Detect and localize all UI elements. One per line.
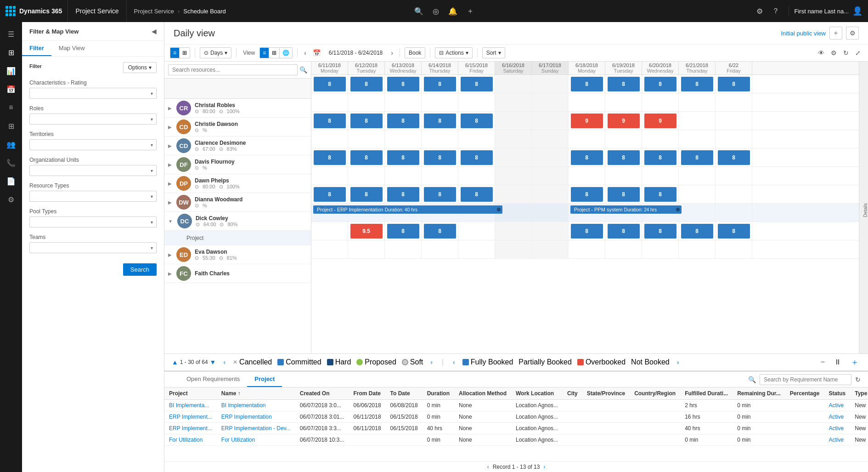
teams-select[interactable] [29, 242, 157, 253]
booking-block[interactable]: 8 [424, 114, 456, 128]
booking-block[interactable]: 8 [387, 150, 419, 165]
next-record-button[interactable]: › [543, 464, 545, 470]
booking-block[interactable]: 8 [644, 187, 676, 202]
project-bar[interactable]: Project - ERP Implementation Duration: 4… [313, 205, 502, 214]
filter-tab-mapview[interactable]: Map View [51, 41, 92, 56]
characteristics-select[interactable] [29, 88, 157, 99]
booking-block[interactable]: 8 [571, 224, 603, 239]
pool-types-select[interactable] [29, 216, 157, 227]
booking-block[interactable]: 8 [681, 77, 713, 91]
initial-public-view-label[interactable]: Initial public view [781, 30, 826, 37]
refresh-bottom-icon[interactable]: ↻ [855, 376, 861, 383]
chart-icon[interactable]: 📊 [3, 63, 19, 79]
expand-icon[interactable]: ▶ [168, 181, 172, 186]
calendar-icon[interactable]: 📅 [3, 81, 19, 97]
user-menu[interactable]: First name Last na... 👤 [789, 6, 868, 16]
booking-block[interactable]: 8 [350, 150, 383, 165]
booking-block[interactable]: 8 [461, 150, 493, 165]
booking-block[interactable]: 8 [718, 224, 750, 239]
booking-block[interactable]: 8 [350, 77, 383, 91]
expand-icon[interactable]: ▶ [168, 162, 172, 167]
eye-icon[interactable]: 👁 [816, 47, 826, 58]
booking-block[interactable]: 8 [608, 77, 640, 91]
booking-block[interactable]: 8 [387, 77, 419, 91]
alerts-icon[interactable]: 🔔 [445, 5, 461, 17]
organizational-units-select[interactable] [29, 165, 157, 176]
view-settings-button[interactable]: ⚙ [846, 27, 859, 40]
booking-block[interactable]: 8 [387, 114, 419, 128]
prev-record-button[interactable]: ‹ [487, 464, 489, 470]
sort-button[interactable]: Sort ▾ [482, 47, 505, 58]
document-icon[interactable]: 📄 [3, 173, 19, 189]
prev-booking-legend-button[interactable]: ‹ [451, 358, 457, 366]
filter-options-button[interactable]: Options ▾ [123, 62, 157, 73]
tab-project[interactable]: Project [247, 372, 282, 387]
zoom-in-button[interactable]: ＋ [849, 357, 861, 368]
booking-block[interactable]: 8 [314, 150, 346, 165]
booking-block[interactable]: 8 [387, 224, 419, 239]
expand-icon[interactable]: ▼ [210, 358, 216, 366]
fullscreen-icon[interactable]: ⤢ [853, 47, 862, 58]
booking-block-overbooked[interactable]: 9 [644, 114, 676, 128]
days-dropdown-button[interactable]: ⊙ Days ▾ [200, 47, 231, 58]
booking-block[interactable]: 8 [608, 224, 640, 239]
expand-icon[interactable]: ▶ [168, 106, 172, 111]
app-logo[interactable]: Dynamics 365 [0, 0, 68, 22]
booking-block[interactable]: 8 [718, 150, 750, 165]
booking-block[interactable]: 8 [608, 150, 640, 165]
right-details-panel[interactable]: Details [859, 62, 868, 353]
list-view-icon[interactable]: ≡ [260, 48, 269, 58]
expand-icon[interactable]: ▶ [168, 252, 172, 257]
grid-view-toggle-icon[interactable]: ⊞ [179, 48, 190, 58]
actions-dropdown-button[interactable]: ⊟ Actions ▾ [435, 47, 472, 58]
map-view-icon[interactable]: 🌐 [279, 48, 292, 58]
next-legend-button[interactable]: › [428, 358, 434, 366]
gear-icon[interactable]: ⚙ [829, 47, 839, 58]
booking-block[interactable]: 8 [571, 150, 603, 165]
resource-search-input[interactable] [168, 64, 298, 75]
project-service-nav[interactable]: Project Service [68, 0, 126, 22]
resource-search-button[interactable]: 🔍 [299, 66, 307, 74]
booking-block[interactable]: 8 [424, 150, 456, 165]
booking-block-overbooked[interactable]: 9 [571, 114, 603, 128]
booking-block[interactable]: 8 [387, 187, 419, 202]
booking-block[interactable]: 8 [644, 224, 676, 239]
booking-block[interactable]: 8 [350, 114, 383, 128]
search-icon[interactable]: 🔍 [411, 5, 427, 17]
next-date-button[interactable]: › [389, 47, 395, 58]
grid-icon[interactable]: ⊞ [3, 118, 19, 134]
book-button[interactable]: Book [405, 47, 425, 58]
booking-block[interactable]: 8 [681, 224, 713, 239]
booking-block[interactable]: 8 [571, 187, 603, 202]
booking-block[interactable]: 8 [461, 187, 493, 202]
help-icon[interactable]: ？ [768, 5, 783, 18]
prev-date-button[interactable]: ‹ [302, 47, 308, 58]
booking-block[interactable]: 8 [424, 77, 456, 91]
favorites-icon[interactable]: ◎ [429, 5, 443, 17]
refresh-icon[interactable]: ↻ [841, 47, 851, 58]
prev-page-button[interactable]: ‹ [221, 358, 227, 366]
booking-block-overbooked[interactable]: 9.5 [350, 224, 383, 239]
expand-icon[interactable]: ▶ [168, 200, 172, 205]
people-icon[interactable]: 👥 [3, 136, 19, 153]
expand-icon[interactable]: ▶ [168, 125, 172, 130]
dashboard-icon[interactable]: ⊞ [3, 44, 19, 61]
pause-button[interactable]: ⏸ [832, 358, 843, 366]
project-bar[interactable]: Project - PPM system Duration: 24 hrs [570, 205, 682, 214]
booking-block[interactable]: 8 [644, 150, 676, 165]
next-booking-legend-button[interactable]: › [675, 358, 681, 366]
expand-icon[interactable]: ▼ [168, 219, 173, 224]
booking-block[interactable]: 8 [350, 187, 383, 202]
booking-block[interactable]: 8 [644, 77, 676, 91]
expand-icon[interactable]: ▶ [168, 271, 172, 276]
list-icon[interactable]: ≡ [3, 99, 19, 116]
booking-block[interactable]: 8 [424, 224, 456, 239]
table-view-icon[interactable]: ⊞ [269, 48, 279, 58]
booking-block[interactable]: 8 [461, 77, 493, 91]
filter-panel-collapse-button[interactable]: ◀ [152, 28, 157, 35]
booking-block[interactable]: 8 [718, 77, 750, 91]
phone-icon[interactable]: 📞 [3, 154, 19, 171]
booking-block[interactable]: 8 [314, 77, 346, 91]
add-view-button[interactable]: ＋ [829, 27, 842, 40]
booking-block[interactable]: 8 [461, 114, 493, 128]
